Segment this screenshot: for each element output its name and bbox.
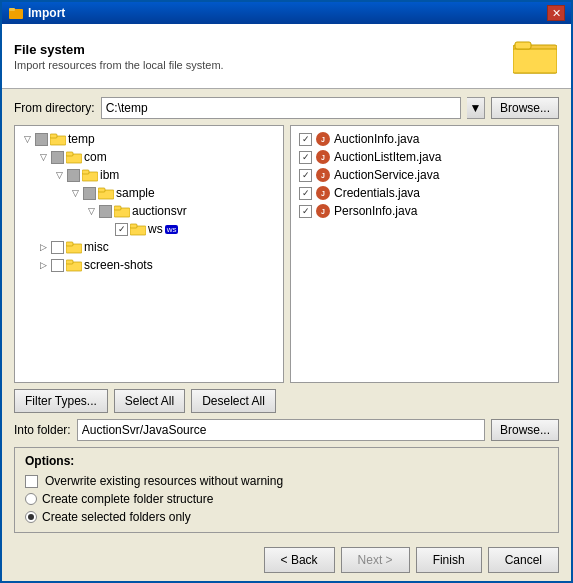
tree-item-auctionsvr[interactable]: ▽ auctionsvr bbox=[17, 202, 281, 220]
expander-com[interactable]: ▽ bbox=[35, 149, 51, 165]
close-button[interactable]: ✕ bbox=[547, 5, 565, 21]
selected-folders-row[interactable]: Create selected folders only bbox=[25, 508, 548, 526]
selected-folders-radio[interactable] bbox=[25, 511, 37, 523]
tree-item-ws[interactable]: ▷ ws ws bbox=[17, 220, 281, 238]
file-item-1[interactable]: J AuctionListItem.java bbox=[295, 148, 554, 166]
select-all-button[interactable]: Select All bbox=[114, 389, 185, 413]
tree-item-misc[interactable]: ▷ misc bbox=[17, 238, 281, 256]
header-subtitle: Import resources from the local file sys… bbox=[14, 59, 511, 71]
ws-badge: ws bbox=[165, 225, 179, 234]
expander-screen-shots[interactable]: ▷ bbox=[35, 257, 51, 273]
file-item-2[interactable]: J AuctionService.java bbox=[295, 166, 554, 184]
from-dir-input[interactable]: C:\temp bbox=[101, 97, 461, 119]
panels-row: ▽ temp ▽ com ▽ bbox=[14, 125, 559, 383]
title-bar-left: Import bbox=[8, 5, 65, 21]
body: From directory: C:\temp ▼ Browse... ▽ te… bbox=[2, 89, 571, 541]
into-folder-row: Into folder: Browse... bbox=[14, 419, 559, 441]
filter-types-button[interactable]: Filter Types... bbox=[14, 389, 108, 413]
tree-label-screen-shots: screen-shots bbox=[84, 258, 153, 272]
svg-rect-4 bbox=[513, 49, 557, 73]
header-text-area: File system Import resources from the lo… bbox=[14, 42, 511, 71]
tree-label-sample: sample bbox=[116, 186, 155, 200]
svg-rect-21 bbox=[66, 242, 73, 246]
checkbox-ws[interactable] bbox=[115, 223, 128, 236]
import-dialog: Import ✕ File system Import resources fr… bbox=[0, 0, 573, 583]
svg-rect-17 bbox=[114, 206, 121, 210]
java-icon-3: J bbox=[316, 186, 330, 200]
expander-ibm[interactable]: ▽ bbox=[51, 167, 67, 183]
action-buttons-row: Filter Types... Select All Deselect All bbox=[14, 389, 559, 413]
checkbox-sample[interactable] bbox=[83, 187, 96, 200]
complete-folder-radio[interactable] bbox=[25, 493, 37, 505]
options-legend: Options: bbox=[25, 454, 548, 468]
tree-label-ibm: ibm bbox=[100, 168, 119, 182]
finish-button[interactable]: Finish bbox=[416, 547, 482, 573]
checkbox-temp[interactable] bbox=[35, 133, 48, 146]
tree-label-temp: temp bbox=[68, 132, 95, 146]
complete-folder-row[interactable]: Create complete folder structure bbox=[25, 490, 548, 508]
java-icon-1: J bbox=[316, 150, 330, 164]
overwrite-label: Overwrite existing resources without war… bbox=[45, 474, 283, 488]
checkbox-auctionsvr[interactable] bbox=[99, 205, 112, 218]
folder-large-icon bbox=[513, 37, 557, 75]
file-item-0[interactable]: J AuctionInfo.java bbox=[295, 130, 554, 148]
folder-icon-ibm bbox=[82, 169, 98, 182]
header-title: File system bbox=[14, 42, 511, 57]
checkbox-com[interactable] bbox=[51, 151, 64, 164]
into-folder-input[interactable] bbox=[77, 419, 485, 441]
folder-icon-misc bbox=[66, 241, 82, 254]
files-list: J AuctionInfo.java J AuctionListItem.jav… bbox=[291, 126, 558, 224]
file-checkbox-4[interactable] bbox=[299, 205, 312, 218]
expander-sample[interactable]: ▽ bbox=[67, 185, 83, 201]
file-checkbox-1[interactable] bbox=[299, 151, 312, 164]
into-folder-label: Into folder: bbox=[14, 423, 71, 437]
svg-rect-19 bbox=[130, 224, 137, 228]
expander-temp[interactable]: ▽ bbox=[19, 131, 35, 147]
file-checkbox-2[interactable] bbox=[299, 169, 312, 182]
file-item-3[interactable]: J Credentials.java bbox=[295, 184, 554, 202]
header-section: File system Import resources from the lo… bbox=[2, 24, 571, 89]
tree-item-sample[interactable]: ▽ sample bbox=[17, 184, 281, 202]
file-checkbox-0[interactable] bbox=[299, 133, 312, 146]
from-dir-browse-button[interactable]: Browse... bbox=[491, 97, 559, 119]
bottom-buttons: < Back Next > Finish Cancel bbox=[2, 541, 571, 581]
expander-auctionsvr[interactable]: ▽ bbox=[83, 203, 99, 219]
checkbox-misc[interactable] bbox=[51, 241, 64, 254]
folder-icon-screen-shots bbox=[66, 259, 82, 272]
tree-item-ibm[interactable]: ▽ ibm bbox=[17, 166, 281, 184]
svg-rect-23 bbox=[66, 260, 73, 264]
java-icon-0: J bbox=[316, 132, 330, 146]
next-button[interactable]: Next > bbox=[341, 547, 410, 573]
cancel-button[interactable]: Cancel bbox=[488, 547, 559, 573]
complete-folder-label: Create complete folder structure bbox=[42, 492, 213, 506]
tree-panel[interactable]: ▽ temp ▽ com ▽ bbox=[14, 125, 284, 383]
file-name-1: AuctionListItem.java bbox=[334, 150, 441, 164]
tree-item-com[interactable]: ▽ com bbox=[17, 148, 281, 166]
back-button[interactable]: < Back bbox=[264, 547, 335, 573]
overwrite-row[interactable]: Overwrite existing resources without war… bbox=[25, 472, 548, 490]
svg-rect-11 bbox=[66, 152, 73, 156]
header-icon bbox=[511, 32, 559, 80]
tree-label-misc: misc bbox=[84, 240, 109, 254]
expander-misc[interactable]: ▷ bbox=[35, 239, 51, 255]
java-icon-2: J bbox=[316, 168, 330, 182]
into-folder-browse-button[interactable]: Browse... bbox=[491, 419, 559, 441]
title-bar: Import ✕ bbox=[2, 2, 571, 24]
overwrite-checkbox[interactable] bbox=[25, 475, 38, 488]
checkbox-ibm[interactable] bbox=[67, 169, 80, 182]
svg-rect-15 bbox=[98, 188, 105, 192]
tree-item-temp[interactable]: ▽ temp bbox=[17, 130, 281, 148]
file-checkbox-3[interactable] bbox=[299, 187, 312, 200]
svg-rect-6 bbox=[515, 42, 531, 49]
svg-rect-13 bbox=[82, 170, 89, 174]
checkbox-screen-shots[interactable] bbox=[51, 259, 64, 272]
from-dir-row: From directory: C:\temp ▼ Browse... bbox=[14, 97, 559, 119]
options-group: Options: Overwrite existing resources wi… bbox=[14, 447, 559, 533]
files-panel[interactable]: J AuctionInfo.java J AuctionListItem.jav… bbox=[290, 125, 559, 383]
expander-ws[interactable]: ▷ bbox=[99, 221, 115, 237]
tree-item-screen-shots[interactable]: ▷ screen-shots bbox=[17, 256, 281, 274]
dir-dropdown-button[interactable]: ▼ bbox=[467, 97, 485, 119]
tree-label-ws: ws bbox=[148, 222, 163, 236]
deselect-all-button[interactable]: Deselect All bbox=[191, 389, 276, 413]
file-item-4[interactable]: J PersonInfo.java bbox=[295, 202, 554, 220]
